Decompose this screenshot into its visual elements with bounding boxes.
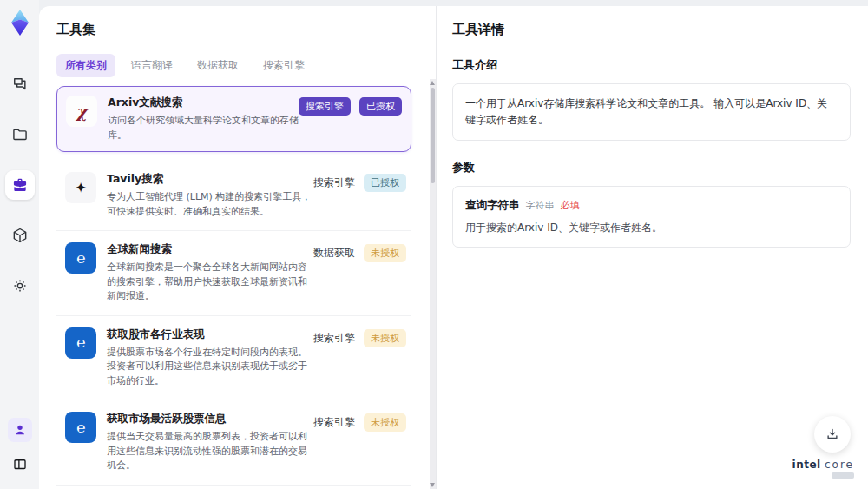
sparkle-icon: ✦ — [65, 172, 96, 203]
user-icon — [13, 423, 27, 437]
arxiv-icon: χ — [66, 96, 97, 127]
user-avatar[interactable] — [8, 418, 32, 442]
active-stocks-icon: ℮ — [65, 412, 96, 443]
category-label: 数据获取 — [313, 246, 355, 261]
auth-status-badge: 已授权 — [364, 174, 406, 192]
tool-list-panel: 工具集 所有类别 语言翻译 数据获取 搜索引擎 χ Arxiv文献搜索 访问各个… — [39, 6, 436, 489]
tool-list: χ Arxiv文献搜索 访问各个研究领域大量科学论文和文章的存储库。 搜索引擎 … — [56, 86, 424, 489]
app-logo — [7, 9, 33, 36]
tool-description: 全球新闻搜索是一个聚合全球各大新闻网站内容的搜索引擎，帮助用户快速获取全球最新资… — [107, 261, 313, 304]
tool-item-tavily[interactable]: ✦ Tavily搜索 专为人工智能代理 (LLM) 构建的搜索引擎工具，可快速提… — [56, 161, 411, 231]
toolbox-icon — [11, 176, 29, 194]
param-type: 字符串 — [526, 199, 555, 212]
param-name: 查询字符串 — [465, 198, 520, 213]
parameter-card: 查询字符串 字符串 必填 用于搜索的Arxiv ID、关键字或作者姓名。 — [452, 186, 851, 248]
panel-layout-icon — [12, 457, 28, 472]
download-button[interactable] — [814, 416, 851, 453]
tool-item-arxiv[interactable]: χ Arxiv文献搜索 访问各个研究领域大量科学论文和文章的存储库。 搜索引擎 … — [56, 86, 411, 152]
scrollbar-thumb[interactable] — [431, 88, 435, 183]
category-tabs: 所有类别 语言翻译 数据获取 搜索引擎 — [56, 54, 424, 77]
app-sidebar — [0, 0, 39, 489]
intel-sub-badge — [832, 472, 854, 479]
params-heading: 参数 — [452, 160, 851, 175]
scroll-down-arrow-icon[interactable] — [430, 483, 435, 487]
tool-item-regional-news[interactable]: 万维地区新闻查询 查询具体行政区划内的新闻，快速了解各地新闻动 搜索引擎 未授权 — [56, 486, 411, 489]
tool-item-global-news[interactable]: ℮ 全球新闻搜索 全球新闻搜索是一个聚合全球各大新闻网站内容的搜索引擎，帮助用户… — [56, 231, 411, 316]
auth-status-badge: 已授权 — [359, 97, 402, 116]
tool-description: 访问各个研究领域大量科学论文和文章的存储库。 — [108, 114, 299, 142]
chat-icon — [11, 76, 29, 93]
folder-icon — [11, 126, 29, 143]
news-search-icon: ℮ — [65, 242, 96, 274]
tool-item-active-stocks[interactable]: ℮ 获取市场最活跃股票信息 提供当天交易量最高的股票列表，投资者可以利用这些信息… — [56, 400, 411, 486]
detail-title: 工具详情 — [452, 22, 851, 38]
param-description: 用于搜索的Arxiv ID、关键字或作者姓名。 — [465, 221, 838, 235]
collapse-panel-button[interactable] — [8, 453, 32, 477]
sidebar-item-tools[interactable] — [5, 170, 35, 200]
tool-intro-text: 一个用于从Arxiv存储库搜索科学论文和文章的工具。 输入可以是Arxiv ID… — [452, 83, 851, 141]
tool-name: 获取股市各行业表现 — [107, 327, 313, 342]
tool-name: 全球新闻搜索 — [107, 242, 313, 257]
scroll-up-arrow-icon[interactable] — [430, 81, 435, 85]
auth-status-badge: 未授权 — [364, 244, 406, 262]
auth-status-badge: 未授权 — [364, 329, 406, 347]
auth-status-badge: 未授权 — [364, 413, 406, 432]
sidebar-item-files[interactable] — [5, 120, 35, 149]
core-text: core — [825, 459, 854, 471]
download-icon — [825, 426, 840, 442]
stock-sector-icon: ℮ — [65, 327, 96, 359]
page-title: 工具集 — [56, 22, 424, 38]
tool-detail-panel: 工具详情 工具介绍 一个用于从Arxiv存储库搜索科学论文和文章的工具。 输入可… — [437, 6, 868, 489]
tool-name: Arxiv文献搜索 — [108, 96, 299, 110]
category-label: 搜索引擎 — [313, 415, 355, 430]
tool-item-sector-performance[interactable]: ℮ 获取股市各行业表现 提供股票市场各个行业在特定时间段内的表现。投资者可以利用… — [56, 316, 411, 401]
cube-icon — [11, 227, 29, 244]
intel-core-logo: intel core — [792, 459, 854, 479]
tool-name: 获取市场最活跃股票信息 — [107, 412, 313, 426]
main-content: 工具集 所有类别 语言翻译 数据获取 搜索引擎 χ Arxiv文献搜索 访问各个… — [39, 6, 868, 489]
list-scrollbar[interactable] — [430, 79, 436, 489]
sidebar-item-chat[interactable] — [5, 69, 35, 99]
category-label: 搜索引擎 — [313, 175, 355, 190]
gear-icon — [11, 277, 29, 294]
tab-language-translation[interactable]: 语言翻译 — [122, 54, 181, 77]
tab-all-categories[interactable]: 所有类别 — [56, 54, 115, 77]
tab-search-engine[interactable]: 搜索引擎 — [254, 54, 313, 77]
tool-description: 提供股票市场各个行业在特定时间段内的表现。投资者可以利用这些信息来识别表现优于或… — [107, 346, 313, 389]
intel-text: intel — [792, 459, 821, 471]
tool-description: 专为人工智能代理 (LLM) 构建的搜索引擎工具，可快速提供实时、准确和真实的结… — [107, 190, 313, 219]
category-badge: 搜索引擎 — [299, 97, 351, 116]
tool-description: 提供当天交易量最高的股票列表，投资者可以利用这些信息来识别流动性强的股票和潜在的… — [107, 430, 313, 473]
sidebar-item-settings[interactable] — [5, 271, 35, 301]
tool-name: Tavily搜索 — [107, 172, 313, 187]
tab-data-fetch[interactable]: 数据获取 — [188, 54, 247, 77]
param-required-badge: 必填 — [561, 199, 580, 212]
sidebar-item-models[interactable] — [5, 221, 35, 250]
category-label: 搜索引擎 — [313, 331, 355, 346]
intro-heading: 工具介绍 — [452, 57, 851, 73]
